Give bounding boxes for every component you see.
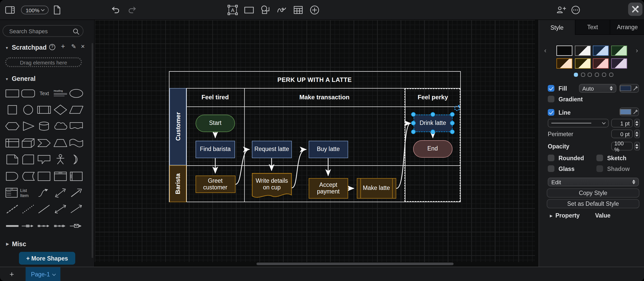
- help-icon[interactable]: ?: [49, 44, 55, 50]
- shape-arrow[interactable]: [68, 185, 84, 201]
- shape-internal-storage[interactable]: [4, 135, 20, 151]
- edit-style-dropdown[interactable]: Edit: [548, 178, 639, 186]
- rounded-checkbox[interactable]: [548, 155, 554, 161]
- add-page-button[interactable]: +: [6, 268, 17, 279]
- line-width-input[interactable]: 1 pt: [611, 119, 633, 127]
- carousel-prev-icon[interactable]: ‹: [544, 47, 546, 54]
- glass-checkbox[interactable]: [548, 165, 554, 172]
- page-icon[interactable]: [53, 5, 61, 15]
- shape-delay[interactable]: [4, 168, 20, 185]
- shape-textbox[interactable]: Heading: [52, 85, 68, 102]
- carousel-page-dot[interactable]: [581, 73, 585, 77]
- rectangle-tool-icon[interactable]: [244, 5, 254, 15]
- node-drink-latte[interactable]: Drink latte: [413, 114, 452, 132]
- shape-card[interactable]: [20, 151, 36, 168]
- add-icon[interactable]: +: [61, 43, 65, 49]
- gradient-checkbox[interactable]: [548, 96, 554, 102]
- shape-container[interactable]: [36, 168, 52, 185]
- search-input[interactable]: [3, 25, 83, 37]
- scratchpad-drop-area[interactable]: Drag elements here: [5, 57, 82, 67]
- node-request-latte[interactable]: Request latte: [252, 141, 292, 158]
- horizontal-scrollbar[interactable]: [256, 263, 454, 265]
- node-accept-payment[interactable]: Accept payment: [309, 178, 348, 199]
- style-preset[interactable]: [611, 46, 627, 56]
- shape-rectangle[interactable]: [4, 85, 20, 102]
- opacity-stepper[interactable]: [634, 142, 640, 150]
- insert-more-icon[interactable]: [309, 5, 320, 15]
- selection-handle[interactable]: [411, 129, 416, 134]
- tab-text[interactable]: Text: [575, 20, 610, 35]
- table-tool-icon[interactable]: [293, 5, 304, 15]
- shape-note[interactable]: [4, 151, 20, 168]
- line-color-button[interactable]: [619, 107, 639, 116]
- redo-button[interactable]: [128, 6, 136, 14]
- more-shapes-button[interactable]: + More Shapes: [19, 252, 75, 265]
- shape-curve[interactable]: [36, 185, 52, 201]
- node-start[interactable]: Start: [196, 115, 235, 132]
- line-checkbox[interactable]: [548, 109, 554, 116]
- shape-trapezoid[interactable]: [52, 135, 68, 151]
- shape-list[interactable]: List: [4, 185, 20, 201]
- carousel-page-dot[interactable]: [595, 73, 599, 77]
- shape-directional-connector[interactable]: [68, 201, 84, 218]
- style-preset[interactable]: [593, 58, 609, 69]
- fill-color-button[interactable]: [619, 84, 639, 93]
- selection-handle[interactable]: [450, 112, 455, 117]
- close-icon[interactable]: ×: [81, 44, 85, 50]
- selection-handle[interactable]: [450, 121, 455, 125]
- shape-parallelogram[interactable]: [68, 102, 84, 118]
- shape-actor[interactable]: [52, 151, 68, 168]
- style-preset[interactable]: [556, 58, 572, 69]
- scratchpad-header[interactable]: ▼ Scratchpad: [5, 44, 47, 51]
- page-tab[interactable]: Page-1: [26, 267, 60, 281]
- shape-dotted-line[interactable]: [20, 201, 36, 218]
- diagram-canvas[interactable]: PERK UP WITH A LATTE Feel tired Make tra…: [95, 20, 539, 267]
- undo-button[interactable]: [112, 6, 120, 14]
- shape-line[interactable]: [36, 201, 52, 218]
- shape-message-arrow[interactable]: [68, 218, 84, 234]
- node-buy-latte[interactable]: Buy latte: [309, 141, 348, 158]
- shape-cube[interactable]: [20, 135, 36, 151]
- shape-bidirectional-arrow[interactable]: [52, 185, 68, 201]
- selection-handle[interactable]: [431, 112, 435, 117]
- node-find-barista[interactable]: Find barista: [196, 141, 235, 158]
- selection-handle[interactable]: [411, 121, 416, 125]
- carousel-page-dot[interactable]: [609, 73, 613, 77]
- shape-circle[interactable]: [20, 102, 36, 118]
- line-style-dropdown[interactable]: [548, 119, 609, 127]
- carousel-page-dot[interactable]: [574, 73, 578, 77]
- shape-container-with-title[interactable]: [52, 168, 68, 185]
- shape-callout[interactable]: [36, 151, 52, 168]
- style-preset[interactable]: [611, 58, 627, 69]
- fill-checkbox[interactable]: [548, 85, 554, 92]
- shape-process[interactable]: [36, 102, 52, 118]
- perimeter-input[interactable]: 0 pt: [611, 129, 633, 138]
- sidebar-toggle-icon[interactable]: [5, 6, 15, 14]
- node-make-latte[interactable]: Make latte: [357, 178, 396, 199]
- sketch-toggle-button[interactable]: [628, 3, 642, 16]
- more-actions-icon[interactable]: [571, 5, 581, 15]
- shape-source-target-arrow[interactable]: [52, 218, 68, 234]
- rotate-handle-icon[interactable]: [454, 105, 460, 112]
- sidebar-scrollbar[interactable]: [92, 43, 93, 258]
- node-greet-customer[interactable]: Greet customer: [195, 176, 235, 193]
- fill-style-dropdown[interactable]: Auto: [579, 84, 616, 93]
- shape-cylinder[interactable]: [36, 118, 52, 135]
- freehand-tool-icon[interactable]: [276, 5, 287, 15]
- shape-list-item[interactable]: List Item: [20, 185, 36, 201]
- shape-triangle[interactable]: [20, 118, 36, 135]
- sketch-checkbox[interactable]: [596, 155, 603, 161]
- shape-source-arrow[interactable]: [36, 218, 52, 234]
- carousel-next-icon[interactable]: ›: [636, 47, 638, 54]
- carousel-page-dot[interactable]: [602, 73, 606, 77]
- style-preset[interactable]: [575, 58, 591, 69]
- general-section-header[interactable]: ▼ General: [5, 75, 36, 82]
- text-tool-icon[interactable]: A: [227, 5, 238, 15]
- style-preset[interactable]: [593, 46, 609, 56]
- tab-arrange[interactable]: Arrange: [610, 20, 644, 35]
- node-write-details-on-cup[interactable]: Write details on cup: [252, 173, 292, 201]
- line-width-stepper[interactable]: [634, 119, 640, 127]
- tab-style[interactable]: Style: [539, 20, 575, 35]
- style-preset[interactable]: [575, 46, 591, 56]
- shape-bidirectional-connector[interactable]: [52, 201, 68, 218]
